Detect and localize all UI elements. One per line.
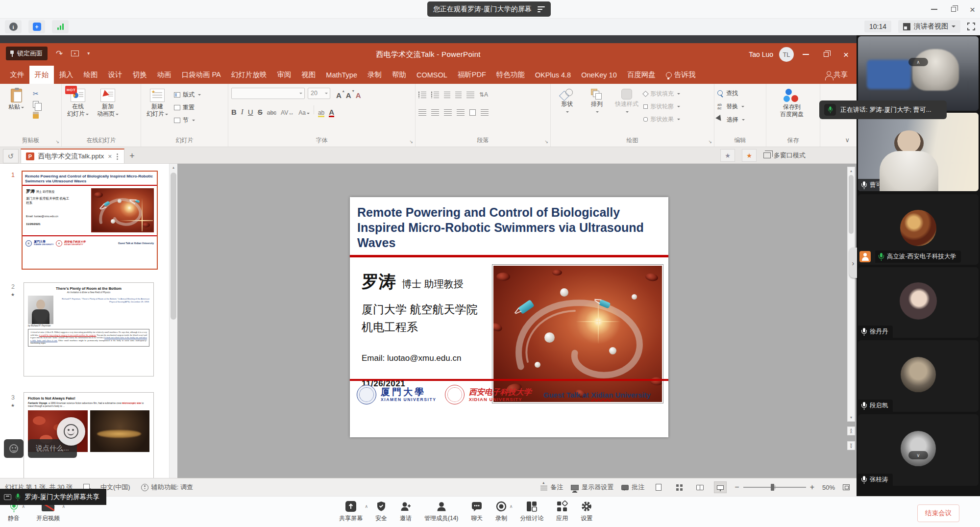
share-button[interactable]: 共享 — [822, 66, 857, 84]
expand-videos-button[interactable]: ∨ — [908, 451, 928, 459]
bold-button[interactable]: B — [231, 108, 237, 116]
tab-more-icon[interactable] — [117, 156, 118, 157]
current-slide[interactable]: Remote Powering and Control of Biologica… — [350, 197, 668, 437]
section-button[interactable]: 节 — [174, 115, 201, 125]
scrollbar-thumb[interactable] — [171, 173, 176, 320]
bullets-icon[interactable] — [418, 92, 426, 98]
share-screen-button[interactable]: 共享屏幕 ∧ — [339, 501, 363, 523]
canvas-scrollbar[interactable]: ▴ ▾ — [847, 167, 855, 422]
emoji-reaction-button[interactable] — [57, 417, 85, 446]
increase-indent-icon[interactable] — [455, 92, 462, 98]
meeting-info-button[interactable]: i — [5, 20, 22, 33]
shadow-button[interactable]: S — [258, 108, 263, 116]
dialog-launcher-icon[interactable]: ↘ — [544, 139, 548, 144]
video-tile-xudandan[interactable]: 徐丹丹 — [858, 267, 979, 338]
tab-review[interactable]: 审阅 — [272, 66, 296, 84]
change-case-button[interactable]: Aa — [298, 110, 310, 116]
tab-mathtype[interactable]: MathType — [321, 66, 363, 84]
format-painter-icon[interactable] — [33, 112, 39, 119]
text-direction-icon[interactable]: ⇅A — [479, 91, 488, 98]
underline-button[interactable]: U — [248, 108, 253, 116]
chat-button[interactable]: 聊天 — [471, 501, 483, 523]
account-name[interactable]: Tao Luo — [749, 50, 773, 58]
ppt-minimize-button[interactable] — [803, 54, 809, 55]
previous-slide-button[interactable]: ∧∧ — [847, 427, 855, 435]
apps-button[interactable]: 应用 — [556, 501, 568, 523]
video-tile-gaolibo[interactable]: 高立波-西安电子科技大学 — [858, 194, 979, 265]
shape-fill-button[interactable]: 形状填充 — [643, 88, 680, 99]
slide-thumbnail-1[interactable]: Remote Powering and Control of Biologica… — [22, 171, 158, 270]
video-tile-presenter[interactable] — [858, 36, 979, 111]
security-button[interactable]: 安全 — [375, 501, 387, 523]
scrollbar-thumb[interactable] — [849, 175, 854, 234]
shrink-font-button[interactable]: A▾ — [346, 92, 351, 99]
document-tab[interactable]: P 西电学术交流Talk.pptx × — [21, 149, 124, 163]
tab-insert[interactable]: 插入 — [54, 66, 78, 84]
view-mode-button[interactable]: 演讲者视图 — [898, 20, 960, 33]
line-spacing-icon[interactable] — [466, 92, 474, 98]
tab-home[interactable]: 开始 — [29, 66, 54, 84]
tell-me-button[interactable]: 告诉我 — [661, 66, 701, 84]
scroll-up-icon[interactable]: ▴ — [848, 169, 855, 173]
security-shield-button[interactable]: + — [28, 20, 45, 33]
tab-slideshow[interactable]: 幻灯片放映 — [226, 66, 272, 84]
redo-icon[interactable]: ↷ — [56, 50, 63, 58]
character-spacing-button[interactable]: AV↔ — [281, 110, 294, 116]
dialog-launcher-icon[interactable]: ↘ — [55, 139, 59, 144]
new-animation-page-button[interactable]: 新加动画页 — [95, 87, 121, 136]
network-quality-button[interactable] — [52, 20, 69, 33]
close-tab-icon[interactable]: × — [108, 152, 112, 160]
clear-formatting-button[interactable]: A — [356, 92, 361, 99]
font-name-combo[interactable] — [231, 88, 305, 99]
reset-button[interactable]: 重置 — [174, 102, 201, 113]
tab-pocket-animation[interactable]: 口袋动画 PA — [176, 66, 226, 84]
justify-icon[interactable] — [457, 109, 465, 116]
emoji-picker-button[interactable] — [4, 439, 24, 458]
scroll-down-icon[interactable]: ▾ — [848, 415, 855, 420]
decrease-indent-icon[interactable] — [444, 92, 450, 98]
slide-thumbnail-2[interactable]: There's Plenty of Room at the Bottom An … — [24, 282, 154, 376]
online-slides-button[interactable]: HOT 在线幻灯片 — [65, 87, 91, 136]
collapse-videos-button[interactable]: ∧ — [908, 58, 928, 66]
manage-members-button[interactable]: 管理成员(14) — [424, 501, 458, 523]
tab-special-features[interactable]: 特色功能 — [491, 66, 530, 84]
save-to-baidu-button[interactable]: 保存到百度网盘 — [769, 87, 814, 136]
align-center-icon[interactable] — [431, 109, 439, 116]
plugin-button[interactable]: ★ — [742, 149, 757, 162]
tab-transitions[interactable]: 切换 — [127, 66, 152, 84]
align-right-icon[interactable] — [444, 109, 452, 116]
sidebar-collapse-handle[interactable]: › — [849, 248, 857, 278]
highlight-color-button[interactable]: ab — [318, 110, 324, 116]
layout-list-icon[interactable] — [538, 6, 545, 12]
ppt-restore-button[interactable] — [824, 52, 829, 57]
shape-outline-button[interactable]: 形状轮廓 — [643, 101, 680, 112]
quick-styles-button[interactable]: 快速样式 — [613, 87, 640, 136]
numbering-icon[interactable] — [431, 92, 439, 98]
record-button[interactable]: 录制 ∧ — [495, 501, 507, 523]
video-tile-duanqikai[interactable]: 段启凯 — [858, 340, 979, 412]
font-size-combo[interactable]: 20 — [308, 88, 330, 99]
slideshow-view-button[interactable] — [714, 481, 727, 493]
font-color-button[interactable]: A — [329, 108, 334, 116]
tab-okplus[interactable]: OKPlus 4.8 — [530, 66, 576, 84]
next-slide-button[interactable]: ∨∨ — [847, 441, 855, 450]
record-options-chevron-icon[interactable]: ∧ — [510, 504, 513, 509]
tab-record[interactable]: 录制 — [362, 66, 387, 84]
ppt-close-button[interactable]: × — [843, 50, 849, 59]
zoom-slider[interactable] — [743, 487, 806, 488]
app-close-button[interactable]: × — [970, 5, 975, 14]
qat-chevron-down-icon[interactable]: ▾ — [87, 51, 90, 56]
arrange-button[interactable]: 排列 — [584, 87, 610, 136]
breakout-rooms-button[interactable]: 分组讨论 — [520, 501, 543, 523]
video-tile-zhangguitao[interactable]: 张桂涛 — [858, 414, 979, 486]
lock-screen-button[interactable]: 锁定画面 — [6, 47, 48, 60]
copy-icon[interactable] — [33, 101, 39, 108]
fit-to-window-icon[interactable] — [843, 484, 850, 490]
shape-effects-button[interactable]: 形状效果 — [643, 114, 680, 125]
display-settings-button[interactable]: 显示器设置 — [571, 483, 613, 492]
tab-draw[interactable]: 绘图 — [78, 66, 103, 84]
new-tab-button[interactable]: + — [124, 149, 139, 163]
tab-onekey[interactable]: OneKey 10 — [576, 66, 622, 84]
new-slide-button[interactable]: 新建幻灯片 — [144, 87, 171, 136]
magic-wand-button[interactable]: ★ — [720, 149, 735, 162]
